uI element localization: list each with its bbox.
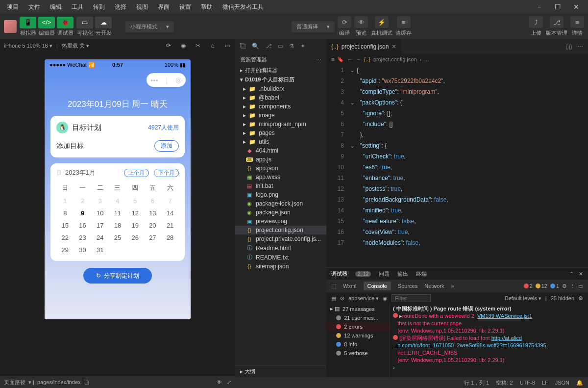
user-messages-row[interactable]: 21 user mes... [326,313,390,322]
hidden-count[interactable]: 25 hidden [551,295,574,301]
preview-button[interactable]: 👁 [354,16,368,28]
remote-debug-button[interactable]: ⚡ [375,16,389,28]
gear-icon[interactable]: ⚙ [578,295,583,302]
debugger-toggle[interactable]: 🐞 [57,17,74,28]
outline-section[interactable]: ▸ 大纲 [235,365,326,377]
project-section[interactable]: ▾ D1019 个人目标日历 [235,75,326,84]
file-item[interactable]: {}project.private.config.js... [235,234,326,243]
debugger-tab[interactable]: 调试器 [331,270,347,278]
info-row[interactable]: 8 info [326,340,390,349]
terminal-tab[interactable]: 终端 [416,270,427,278]
details-button[interactable]: ≡ [570,16,584,28]
avatar[interactable] [4,20,17,33]
folder-item[interactable]: ▸ 📁miniprogram_npm [235,120,326,129]
forward-icon[interactable]: → [355,56,361,62]
target-icon[interactable]: ◎ [175,76,182,84]
file-item[interactable]: ⓘREADME.txt [235,253,326,262]
menu-edit[interactable]: 编辑 [46,1,66,13]
editor-toggle[interactable]: </> [38,17,55,28]
back-icon[interactable]: ← [347,56,352,62]
filter-input[interactable] [392,294,431,302]
flask-icon[interactable]: ⚗ [289,43,294,50]
verbose-row[interactable]: 5 verbose [326,349,390,358]
sources-tab[interactable]: Sources [398,283,417,289]
menu-tool[interactable]: 工具 [68,1,87,13]
more-icon[interactable]: ⋯ [577,43,583,50]
chevron-up-icon[interactable]: ⌃ [569,271,574,277]
network-tab[interactable]: Network [424,283,444,289]
split-icon[interactable]: ▯▯ [565,43,572,50]
code-body[interactable]: { "appid": "wx75c2922fb0a2a4c2", "compil… [357,65,588,267]
eol[interactable]: LF [542,380,548,386]
sidebar-toggle-icon[interactable]: ▤ [331,295,336,302]
kebab-icon[interactable]: ⋮ [570,283,575,289]
menu-devtools[interactable]: 微信开发者工具 [219,1,268,13]
minimize-button[interactable]: − [530,3,548,11]
fold-gutter[interactable]: ⌄ ⌄ ⌄ [350,65,357,267]
wxml-tab[interactable]: Wxml [343,283,357,289]
add-goal-button[interactable]: 添加 [154,140,179,152]
branch-icon[interactable]: ⎇ [265,43,272,50]
file-item[interactable]: ◉package-lock.json [235,199,326,208]
expand-icon[interactable]: ⤢ [227,379,231,386]
menu-file[interactable]: 文件 [24,1,44,13]
copy-icon[interactable]: ⿻ [84,379,89,385]
file-item[interactable]: {}sitemap.json [235,262,326,271]
folder-item[interactable]: ▸ 📁@babel [235,93,326,102]
folder-item[interactable]: ▸ 📁utils [235,137,326,146]
overflow-icon[interactable]: » [451,283,454,289]
folder-item[interactable]: ▸ 📁components [235,102,326,111]
file-item[interactable]: ◉package.json [235,208,326,217]
files-icon[interactable]: ⿻ [240,43,246,50]
console-tab[interactable]: Console [364,282,391,290]
prev-month-button[interactable]: 上个月 [124,169,149,177]
cursor-position[interactable]: 行 1，列 1 [464,379,489,387]
bookmark-icon[interactable]: 🔖 [337,56,344,63]
home-icon[interactable]: ⌂ [209,42,217,50]
output-tab[interactable]: 输出 [397,270,408,278]
file-item[interactable]: ◆404.html [235,146,326,155]
errors-row[interactable]: 2 errors [326,322,390,331]
search-icon[interactable]: 🔍 [252,43,259,50]
share-button[interactable]: ↻ 分享制定计划 [83,268,152,284]
editor-tab[interactable]: {..} project.config.json ✕ [326,39,401,54]
menu-settings[interactable]: 设置 [175,1,195,13]
encoding[interactable]: UTF-8 [520,380,535,386]
close-icon[interactable]: ✕ [579,271,583,277]
file-item[interactable]: ▦app.wxss [235,173,326,181]
hotreload-toggle[interactable]: 热重载 关 ▾ [62,42,89,50]
list-icon[interactable]: ≡ [331,56,334,62]
context-select[interactable]: appservice ▾ [348,295,379,302]
mode-select[interactable]: 小程序模式▾ [125,21,174,32]
problems-tab[interactable]: 问题 [379,270,390,278]
menu-view[interactable]: 视图 [132,1,152,13]
menu-project[interactable]: 项目 [3,1,23,13]
file-item[interactable]: JSapp.js [235,155,326,164]
box-icon[interactable]: ▭ [278,43,283,50]
clear-console-icon[interactable]: ⊘ [340,295,344,302]
next-month-button[interactable]: 下个月 [154,169,179,177]
eye-icon[interactable]: 👁 [217,379,222,386]
capsule-button[interactable]: ••• | ◎ [147,73,186,87]
more-icon[interactable]: ••• [150,76,158,84]
console-output[interactable]: ( 中国标准时间 ) Page route 错误 (system error) … [390,304,588,388]
folder-item[interactable]: ▸ 📁.hbuilderx [235,84,326,93]
menu-help[interactable]: 帮助 [197,1,217,13]
levels-select[interactable]: Default levels ▾ [505,295,541,302]
cut-icon[interactable]: ✂ [194,42,202,50]
file-item[interactable]: ▣preview.png [235,217,326,226]
gear-icon[interactable]: ⚙ [562,283,567,289]
record-icon[interactable]: ◉ [179,42,187,50]
menu-ui[interactable]: 界面 [154,1,173,13]
stack-icon[interactable]: ▭ [223,42,231,50]
warnings-row[interactable]: 12 warnings [326,331,390,340]
device-select[interactable]: iPhone 5 100% 16 ▾ [4,43,52,49]
upload-button[interactable]: ⤴ [529,16,543,28]
folder-item[interactable]: ▸ 📁pages [235,129,326,137]
bell-icon[interactable]: 🔔 [576,380,583,386]
file-item[interactable]: ▤init.bat [235,181,326,190]
phone-simulator[interactable]: ●●●●● WeChat 📶 0:57 100% ▮▮ ••• | ◎ 2023… [45,59,191,319]
folder-item[interactable]: ▸ 📁image [235,111,326,120]
clear-cache-button[interactable]: ≡ [397,16,411,28]
messages-row[interactable]: ▸ ▤ 27 messages [326,304,390,313]
